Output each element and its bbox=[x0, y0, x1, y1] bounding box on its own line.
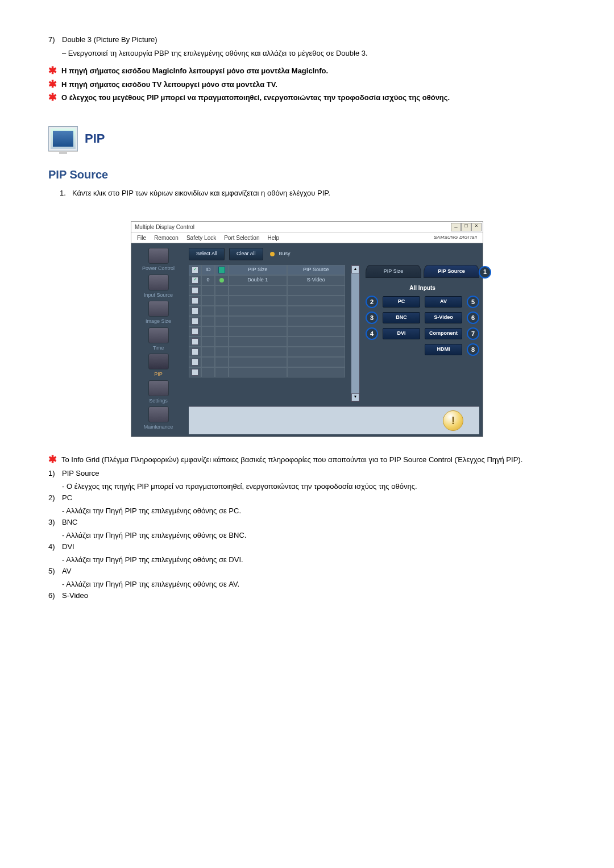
star-icon: ✱ bbox=[48, 65, 57, 76]
sidebar-item-settings[interactable]: Settings bbox=[136, 380, 181, 405]
after-item-3-desc: - Αλλάζει την Πηγή PIP της επιλεγμένης ο… bbox=[62, 530, 566, 541]
input-av-button[interactable]: AV bbox=[425, 296, 462, 308]
status-dot-icon bbox=[219, 278, 224, 283]
section-heading-pip: PIP bbox=[48, 126, 566, 151]
step-1-text: Κάντε κλικ στο PIP των κύριων εικονιδίων… bbox=[72, 188, 330, 199]
grid-row-empty bbox=[189, 347, 345, 357]
grid-row-empty bbox=[189, 367, 345, 377]
note-magicinfo: ✱ Η πηγή σήματος εισόδου MagicInfo λειτο… bbox=[48, 65, 566, 77]
power-icon bbox=[148, 248, 169, 264]
callout-4: 4 bbox=[366, 327, 378, 340]
scroll-up-icon[interactable]: ▲ bbox=[351, 265, 359, 273]
note-tv-text: Η πηγή σήματος εισόδου TV λειτουργεί μόν… bbox=[61, 79, 277, 90]
list-num-7: 7) bbox=[48, 34, 62, 45]
menu-safety-lock[interactable]: Safety Lock bbox=[186, 234, 216, 242]
camera-icon bbox=[148, 301, 169, 317]
callout-5: 5 bbox=[467, 296, 479, 308]
col-pip-source[interactable]: PIP Source bbox=[287, 265, 346, 275]
select-all-button[interactable]: Select All bbox=[189, 248, 225, 260]
grid-row-empty bbox=[189, 337, 345, 347]
grid-row-1[interactable]: 0 Double 1 S-Video bbox=[189, 275, 345, 285]
after-item-6: 6) S-Video bbox=[48, 590, 566, 601]
row-id: 0 bbox=[201, 275, 215, 285]
grid-row-empty bbox=[189, 316, 345, 326]
right-panel: PIP Size PIP Source 1 All Inputs 2 PC AV… bbox=[366, 265, 479, 402]
tab-pip-source[interactable]: PIP Source 1 bbox=[424, 265, 479, 279]
pip-icon bbox=[148, 354, 169, 369]
window-title: Multiple Display Control bbox=[132, 223, 194, 231]
list-item-7-sub: – Ενεργοποιεί τη λειτουργία PBP της επιλ… bbox=[62, 48, 566, 59]
wrench-icon bbox=[148, 406, 169, 422]
note-pip-size: ✱ Ο έλεγχος του μεγέθους PIP μπορεί να π… bbox=[48, 92, 566, 103]
after-item-1: 1) PIP Source bbox=[48, 468, 566, 479]
input-pc-button[interactable]: PC bbox=[383, 296, 420, 308]
grid-row-empty bbox=[189, 296, 345, 306]
col-id[interactable]: ID bbox=[201, 265, 215, 275]
clear-all-button[interactable]: Clear All bbox=[229, 248, 263, 260]
callout-1: 1 bbox=[479, 266, 491, 279]
sidebar-item-maintenance[interactable]: Maintenance bbox=[136, 406, 181, 431]
grid-row-empty bbox=[189, 285, 345, 296]
busy-dot-icon bbox=[270, 252, 275, 256]
callout-7: 7 bbox=[467, 327, 479, 340]
sidebar: Power Control Input Source Image Size Ti… bbox=[131, 243, 185, 437]
minimize-button[interactable]: _ bbox=[451, 223, 461, 231]
star-icon: ✱ bbox=[48, 79, 57, 89]
row-checkbox[interactable] bbox=[192, 277, 198, 284]
after-item-4-desc: - Αλλάζει την Πηγή PIP της επιλεγμένης ο… bbox=[62, 554, 566, 566]
sidebar-item-power-control[interactable]: Power Control bbox=[136, 248, 181, 273]
after-item-5-desc: - Αλλάζει την Πηγή PIP της επιλεγμένης ο… bbox=[62, 579, 566, 590]
input-svideo-button[interactable]: S-Video bbox=[425, 312, 462, 323]
step-1: 1. Κάντε κλικ στο PIP των κύριων εικονιδ… bbox=[60, 188, 566, 199]
grid-row-empty bbox=[189, 357, 345, 367]
after-item-2-desc: - Αλλάζει την Πηγή PIP της επιλεγμένης ο… bbox=[62, 505, 566, 517]
tab-pip-size[interactable]: PIP Size bbox=[366, 265, 421, 279]
after-item-3: 3) BNC bbox=[48, 517, 566, 528]
callout-3: 3 bbox=[366, 312, 378, 324]
titlebar: Multiple Display Control _ □ × bbox=[131, 222, 483, 232]
scrollbar[interactable]: ▲ ▼ bbox=[351, 265, 360, 402]
star-icon: ✱ bbox=[48, 454, 57, 464]
busy-label: Busy bbox=[279, 250, 291, 258]
section-title: PIP bbox=[85, 129, 105, 148]
scroll-down-icon[interactable]: ▼ bbox=[351, 393, 359, 401]
input-hdmi-button[interactable]: HDMI bbox=[425, 344, 462, 355]
after-item-2: 2) PC bbox=[48, 492, 566, 504]
after-item-4: 4) DVI bbox=[48, 541, 566, 553]
col-pip-size[interactable]: PIP Size bbox=[229, 265, 287, 275]
menu-remocon[interactable]: Remocon bbox=[154, 234, 179, 242]
note-pip-size-text: Ο έλεγχος του μεγέθους PIP μπορεί να πρα… bbox=[61, 92, 450, 103]
after-item-1-desc: - Ο έλεγχος της πηγής PIP μπορεί να πραγ… bbox=[62, 481, 566, 492]
input-bnc-button[interactable]: BNC bbox=[383, 312, 420, 323]
grid-row-empty bbox=[189, 306, 345, 316]
grid-row-empty bbox=[189, 326, 345, 337]
menu-port-selection[interactable]: Port Selection bbox=[224, 234, 259, 242]
list-item-7: 7) Double 3 (Picture By Picture) bbox=[48, 34, 566, 45]
gear-icon bbox=[148, 380, 169, 396]
callout-2: 2 bbox=[366, 296, 378, 308]
plug-icon bbox=[148, 275, 169, 290]
callout-6: 6 bbox=[467, 312, 479, 324]
info-grid-note: ✱ Το Info Grid (Πλέγμα Πληροφοριών) εμφα… bbox=[48, 454, 566, 466]
menubar: File Remocon Safety Lock Port Selection … bbox=[131, 232, 483, 243]
col-checkbox[interactable] bbox=[189, 265, 201, 275]
note-tv: ✱ Η πηγή σήματος εισόδου TV λειτουργεί μ… bbox=[48, 79, 566, 90]
close-button[interactable]: × bbox=[471, 223, 482, 231]
maximize-button[interactable]: □ bbox=[461, 223, 471, 231]
info-grid: ID PIP Size PIP Source 0 Double 1 S-Vide… bbox=[189, 265, 345, 402]
input-component-button[interactable]: Component bbox=[425, 328, 462, 339]
col-status[interactable] bbox=[215, 265, 229, 275]
list-text-7: Double 3 (Picture By Picture) bbox=[62, 34, 157, 45]
clock-icon bbox=[148, 327, 169, 343]
sidebar-item-image-size[interactable]: Image Size bbox=[136, 301, 181, 326]
sidebar-item-time[interactable]: Time bbox=[136, 327, 181, 352]
sidebar-item-pip[interactable]: PIP bbox=[136, 354, 181, 379]
all-inputs-label: All Inputs bbox=[366, 284, 479, 292]
menu-file[interactable]: File bbox=[137, 234, 146, 242]
after-item-5: 5) AV bbox=[48, 566, 566, 577]
sidebar-item-input-source[interactable]: Input Source bbox=[136, 275, 181, 300]
menu-help[interactable]: Help bbox=[267, 234, 279, 242]
step-1-num: 1. bbox=[60, 188, 72, 199]
subsection-title: PIP Source bbox=[48, 166, 566, 183]
input-dvi-button[interactable]: DVI bbox=[383, 328, 420, 339]
